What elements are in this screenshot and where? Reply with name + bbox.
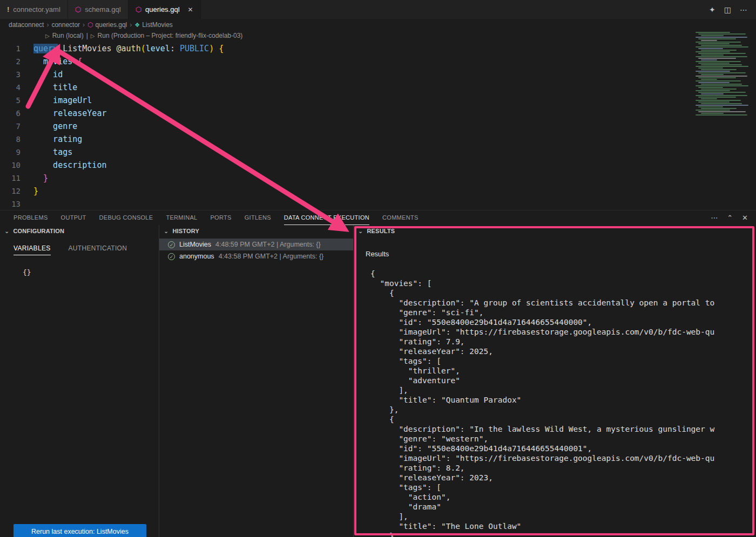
code-line: 3 id: [0, 68, 756, 81]
tab-connector-yaml[interactable]: !connector.yaml: [0, 0, 68, 19]
minimap-line: [696, 61, 741, 62]
minimap-line: [701, 108, 737, 109]
config-tab-authentication[interactable]: AUTHENTICATION: [69, 244, 127, 255]
play-icon: ▷: [91, 33, 95, 39]
rerun-button[interactable]: Rerun last execution: ListMovies: [14, 524, 146, 537]
graphql-icon: ⬡: [75, 5, 81, 13]
check-circle-icon: ✓: [168, 253, 175, 260]
panel-tab-ports[interactable]: PORTS: [210, 210, 231, 225]
results-json: { "movies": [ { "description": "A group …: [354, 269, 756, 537]
panel-tab-data-connect-execution[interactable]: DATA CONNECT EXECUTION: [284, 210, 369, 225]
code-text: rating: [33, 133, 82, 146]
minimap-line: [696, 32, 730, 33]
minimap-line: [698, 43, 730, 44]
panel-tab-debug-console[interactable]: DEBUG CONSOLE: [99, 210, 153, 225]
close-icon[interactable]: ✕: [188, 6, 193, 13]
vscode-window: !connector.yaml⬡schema.gql⬡queries.gql✕ …: [0, 0, 756, 537]
breadcrumb-item-queries-gql[interactable]: ⬡queries.gql: [87, 21, 127, 29]
breadcrumb-separator: ›: [130, 21, 132, 29]
line-number: 1: [0, 42, 33, 55]
breadcrumb-item-listmovies[interactable]: ❖ListMovies: [134, 21, 173, 29]
breadcrumb-item-connector[interactable]: connector: [51, 21, 80, 29]
more-actions-icon[interactable]: ⋯: [711, 214, 718, 222]
code-line: 6 releaseYear: [0, 107, 756, 120]
minimap-line: [701, 93, 724, 94]
code-text: description: [33, 159, 106, 172]
code-line: 11 }: [0, 172, 756, 185]
minimap-line: [698, 67, 723, 69]
minimap-line: [698, 33, 746, 35]
history-entry[interactable]: ✓anonymous4:43:58 PM GMT+2 | Arguments: …: [159, 250, 353, 262]
line-number: 7: [0, 120, 33, 133]
history-entry[interactable]: ✓ListMovies4:48:59 PM GMT+2 | Arguments:…: [159, 239, 353, 250]
code-text: query ListMovies @auth(level: PUBLIC) {: [33, 42, 224, 55]
tab-label: queries.gql: [145, 5, 180, 13]
tab-schema-gql[interactable]: ⬡schema.gql: [68, 0, 129, 19]
split-editor-icon[interactable]: ◫: [724, 5, 731, 14]
run-local-link[interactable]: Run (local): [52, 32, 84, 39]
minimap[interactable]: [693, 31, 756, 129]
tab-queries-gql[interactable]: ⬡queries.gql✕: [129, 0, 201, 19]
sparkle-icon[interactable]: ✦: [709, 5, 716, 14]
breadcrumb-separator: ›: [46, 21, 49, 29]
minimap-line: [701, 69, 737, 70]
minimap-line: [701, 59, 717, 60]
panel-tab-problems[interactable]: PROBLEMS: [14, 210, 48, 225]
configuration-header[interactable]: ⌄ CONFIGURATION: [0, 225, 159, 237]
history-name: anonymous: [179, 253, 214, 260]
yaml-warning-icon: !: [7, 5, 9, 13]
minimap-line: [696, 100, 741, 101]
breadcrumb-label: dataconnect: [9, 21, 44, 29]
chevron-down-icon: ⌄: [4, 228, 9, 235]
close-panel-icon[interactable]: ✕: [742, 214, 748, 222]
breadcrumb-label: connector: [51, 21, 80, 29]
minimap-line: [698, 111, 746, 112]
minimap-line: [701, 103, 742, 104]
panel-tab-gitlens[interactable]: GITLENS: [245, 210, 271, 225]
minimap-line: [698, 106, 723, 107]
minimap-line: [698, 58, 736, 59]
minimap-line: [698, 92, 746, 93]
code-line: 9 tags: [0, 146, 756, 159]
section-title: HISTORY: [172, 228, 199, 234]
bottom-panel: PROBLEMSOUTPUTDEBUG CONSOLETERMINALPORTS…: [0, 210, 756, 537]
code-text: title: [33, 81, 77, 94]
minimap-line: [696, 114, 747, 115]
minimap-line: [701, 40, 717, 41]
breadcrumb-item-dataconnect[interactable]: dataconnect: [9, 21, 44, 29]
code-line: 10 description: [0, 159, 756, 172]
editor-tab-bar: !connector.yaml⬡schema.gql⬡queries.gql✕ …: [0, 0, 756, 19]
code-editor[interactable]: ▷ Run (local) | ▷ Run (Production – Proj…: [0, 31, 756, 210]
breadcrumb: dataconnect›connector›⬡queries.gql›❖List…: [0, 19, 756, 31]
minimap-line: [698, 53, 746, 54]
panel-tab-output[interactable]: OUTPUT: [61, 210, 86, 225]
play-icon: ▷: [45, 33, 50, 39]
minimap-line: [698, 82, 730, 83]
code-line: 7 genre: [0, 120, 756, 133]
minimap-line: [701, 74, 724, 75]
code-text: imageUrl: [33, 94, 92, 107]
panel-tab-terminal[interactable]: TERMINAL: [166, 210, 197, 225]
editor-lines: 1query ListMovies @auth(level: PUBLIC) {…: [0, 42, 756, 210]
minimap-line: [696, 76, 747, 77]
minimap-line: [698, 101, 730, 103]
results-header[interactable]: ⌄ RESULTS: [354, 225, 756, 237]
line-number: 11: [0, 172, 33, 185]
run-production-link[interactable]: Run (Production – Project: friendly-flix…: [98, 32, 243, 39]
config-tab-variables[interactable]: VARIABLES: [14, 244, 51, 255]
minimap-line: [698, 87, 723, 88]
history-header[interactable]: ⌄ HISTORY: [159, 225, 353, 237]
variables-value[interactable]: {}: [23, 268, 159, 276]
code-line: 1query ListMovies @auth(level: PUBLIC) {: [0, 42, 756, 55]
panel-tab-comments[interactable]: COMMENTS: [382, 210, 418, 225]
panel-body: ⌄ CONFIGURATION VARIABLESAUTHENTICATION …: [0, 225, 756, 537]
tab-label: schema.gql: [85, 5, 120, 13]
line-number: 13: [0, 198, 33, 210]
line-number: 6: [0, 107, 33, 120]
more-actions-icon[interactable]: ⋯: [740, 5, 747, 14]
minimap-line: [696, 56, 747, 57]
history-section: ⌄ HISTORY ✓ListMovies4:48:59 PM GMT+2 | …: [159, 225, 354, 537]
minimap-line: [701, 45, 742, 46]
maximize-panel-icon[interactable]: ⌃: [727, 214, 733, 222]
history-list: ✓ListMovies4:48:59 PM GMT+2 | Arguments:…: [159, 239, 353, 262]
